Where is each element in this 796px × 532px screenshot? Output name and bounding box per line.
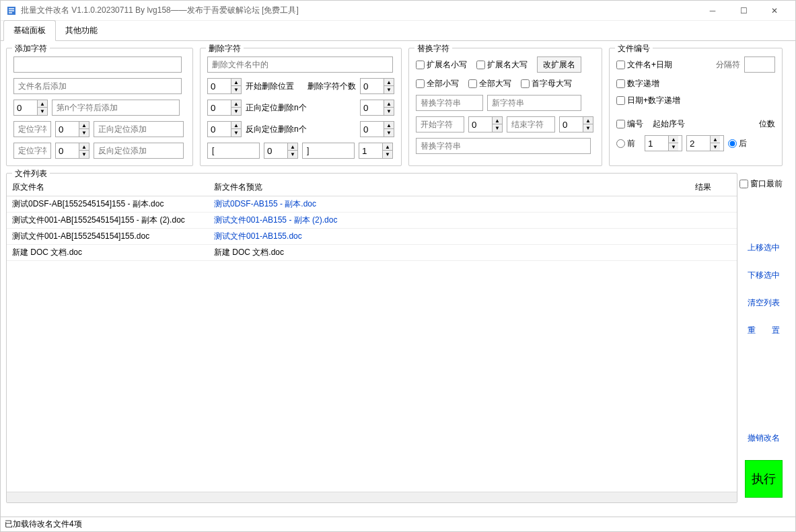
bracket-right-spinner[interactable]: ▲▼: [359, 143, 393, 159]
bracket-left-input[interactable]: [207, 143, 260, 159]
numbering-check[interactable]: [616, 120, 625, 128]
pos-char2-input[interactable]: [13, 143, 51, 159]
digits-spinner[interactable]: ▲▼: [686, 135, 724, 151]
cell-result: [690, 229, 737, 245]
all-upper-check[interactable]: [468, 79, 477, 88]
topmost-check[interactable]: [739, 180, 748, 188]
nth-char-input[interactable]: [52, 100, 180, 116]
rev-del-spinner[interactable]: ▲▼: [207, 121, 242, 137]
group-delete: 删除字符 ▲▼ 开始删除位置 删除字符个数 ▲▼ ▲▼ 正向定位删除n个 ▲▼ …: [200, 48, 402, 166]
col-result[interactable]: 结果: [690, 179, 737, 196]
cell-preview: 测试0DSF-AB155 - 副本.doc: [209, 196, 690, 213]
start-char-input[interactable]: [416, 116, 464, 132]
remove-text-input[interactable]: [207, 56, 393, 73]
end-char-input[interactable]: [507, 116, 555, 132]
cell-orig: 测试0DSF-AB[1552545154]155 - 副本.doc: [7, 196, 209, 213]
rev-add-input[interactable]: [94, 143, 184, 159]
all-lower-check[interactable]: [416, 79, 425, 88]
ext-upper-check[interactable]: [476, 61, 485, 69]
close-button[interactable]: ✕: [759, 1, 790, 21]
status-bar: 已加载待改名文件4项: [1, 517, 795, 531]
cell-orig: 新建 DOC 文档.doc: [7, 245, 209, 261]
group-numbering: 文件编号 文件名+日期 分隔符 数字递增 日期+数字递增 编号 起始序号 位数 …: [609, 48, 783, 166]
digits-label: 位数: [759, 118, 775, 130]
undo-rename-button[interactable]: 撤销改名: [748, 432, 780, 444]
group-rep-legend: 替换字符: [414, 43, 452, 54]
cell-result: [690, 196, 737, 213]
after-name-input[interactable]: [13, 78, 182, 94]
ext-lower-check[interactable]: [416, 61, 425, 69]
file-list-panel: 文件列表 原文件名 新文件名预览 结果 测试0DSF-AB[1552545154…: [6, 173, 737, 503]
fwd-del-n-spinner[interactable]: ▲▼: [360, 100, 394, 116]
change-ext-button[interactable]: 改扩展名: [537, 56, 581, 73]
pos-val1-spinner[interactable]: ▲▼: [55, 121, 89, 137]
nth-char-spinner[interactable]: ▲▼: [13, 100, 48, 116]
group-del-legend: 删除字符: [206, 43, 244, 54]
clear-list-button[interactable]: 清空列表: [748, 297, 780, 309]
start-no-spinner[interactable]: ▲▼: [645, 135, 682, 151]
minimize-button[interactable]: ─: [697, 1, 728, 21]
front-radio[interactable]: [616, 139, 625, 148]
cell-result: [690, 245, 737, 261]
date-num-check[interactable]: [616, 96, 625, 105]
bracket-left-spinner[interactable]: ▲▼: [264, 143, 298, 159]
tab-other[interactable]: 其他功能: [56, 21, 107, 40]
start-no-label: 起始序号: [653, 118, 685, 130]
file-list-legend: 文件列表: [12, 168, 50, 180]
end-char-spinner[interactable]: ▲▼: [559, 116, 593, 132]
app-icon: [6, 5, 17, 16]
group-num-legend: 文件编号: [615, 43, 653, 54]
maximize-button[interactable]: ☐: [728, 1, 759, 21]
fwd-del-label: 正向定位删除n个: [246, 102, 356, 114]
cell-preview: 测试文件001-AB155.doc: [209, 229, 690, 245]
cell-preview: 测试文件001-AB155 - 副本 (2).doc: [209, 213, 690, 229]
group-replace: 替换字符 扩展名小写 扩展名大写 改扩展名 全部小写 全部大写 首字母大写 ▲▼…: [408, 48, 602, 166]
col-preview[interactable]: 新文件名预览: [209, 179, 690, 196]
name-date-check[interactable]: [616, 61, 625, 69]
cell-orig: 测试文件001-AB[1552545154]155.doc: [7, 229, 209, 245]
rev-del-n-spinner[interactable]: ▲▼: [360, 121, 394, 137]
add-text-input[interactable]: [13, 56, 182, 73]
fwd-del-spinner[interactable]: ▲▼: [207, 100, 242, 116]
table-row[interactable]: 测试0DSF-AB[1552545154]155 - 副本.doc测试0DSF-…: [7, 196, 737, 213]
start-pos-spinner[interactable]: ▲▼: [207, 78, 242, 94]
table-row[interactable]: 测试文件001-AB[1552545154]155 - 副本 (2).doc测试…: [7, 213, 737, 229]
fwd-add-input[interactable]: [94, 121, 184, 137]
cell-orig: 测试文件001-AB[1552545154]155 - 副本 (2).doc: [7, 213, 209, 229]
pos-char1-input[interactable]: [13, 121, 51, 137]
group-add: 添加字符 ▲▼ ▲▼ ▲▼: [6, 48, 193, 166]
del-count-label: 删除字符个数: [307, 81, 356, 92]
num-inc-check[interactable]: [616, 79, 625, 88]
horizontal-scrollbar[interactable]: [7, 492, 737, 502]
start-pos-label: 开始删除位置: [246, 81, 294, 92]
move-up-button[interactable]: 上移选中: [748, 242, 780, 254]
col-orig[interactable]: 原文件名: [7, 179, 209, 196]
table-row[interactable]: 新建 DOC 文档.doc新建 DOC 文档.doc: [7, 245, 737, 261]
execute-button[interactable]: 执行: [745, 460, 783, 498]
init-upper-check[interactable]: [521, 79, 530, 88]
new-str-input[interactable]: [487, 95, 581, 111]
tab-basic[interactable]: 基础面板: [3, 20, 56, 41]
bracket-right-input[interactable]: [302, 143, 355, 159]
replace-str2-input[interactable]: [416, 138, 591, 154]
window-title: 批量文件改名 V1.1.0.20230711 By lvg158——发布于吾爱破…: [21, 5, 697, 16]
del-count-spinner[interactable]: ▲▼: [360, 78, 394, 94]
move-down-button[interactable]: 下移选中: [748, 270, 780, 281]
replace-str-input[interactable]: [416, 95, 483, 111]
cell-result: [690, 213, 737, 229]
cell-preview: 新建 DOC 文档.doc: [209, 245, 690, 261]
reset-button[interactable]: 重 置: [748, 325, 780, 336]
separator-label: 分隔符: [716, 59, 740, 71]
pos-val2-spinner[interactable]: ▲▼: [55, 143, 89, 159]
start-char-spinner[interactable]: ▲▼: [468, 116, 503, 132]
table-row[interactable]: 测试文件001-AB[1552545154]155.doc测试文件001-AB1…: [7, 229, 737, 245]
rev-del-label: 反向定位删除n个: [246, 124, 356, 135]
back-radio[interactable]: [728, 139, 737, 148]
separator-input[interactable]: [744, 56, 775, 73]
group-add-legend: 添加字符: [12, 43, 50, 54]
